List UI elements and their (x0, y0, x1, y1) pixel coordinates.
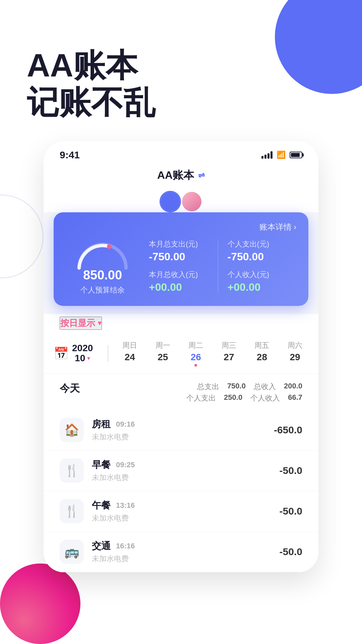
monthly-income-item: 本月总收入(元) +00.00 (149, 270, 208, 293)
filter-row: 按日显示 ▾ (44, 314, 318, 335)
trans-name-text: 午餐 (92, 499, 111, 512)
personal-expense-item: 个人支出(元) -750.00 (228, 239, 287, 263)
year-text: 2020 (72, 343, 93, 353)
trans-details: 午餐 13:16 未加水电费 (92, 499, 272, 523)
gauge-label: 个人预算结余 (80, 285, 125, 295)
trans-details: 早餐 09:25 未加水电费 (92, 459, 272, 483)
gauge-value: 850.00 (83, 268, 122, 282)
wifi-icon: 📶 (277, 151, 286, 159)
day-dot (194, 364, 197, 367)
day-item[interactable]: 周六 29 (282, 340, 308, 367)
trans-icon-wrap: 🍴 (60, 459, 84, 483)
today-stat-line-2: 个人支出 250.0 个人收入 66.7 (186, 393, 302, 403)
filter-chevron-icon: ▾ (98, 319, 101, 327)
total-expense-value: 750.0 (227, 382, 246, 392)
today-stats-right: 总支出 750.0 总收入 200.0 个人支出 250.0 个人收入 66.7 (186, 382, 302, 403)
trans-icon-wrap: 🏠 (60, 418, 84, 442)
trans-name-text: 房租 (92, 418, 111, 431)
personal-income-item: 个人收入(元) +00.00 (228, 270, 287, 293)
personal-expense-label: 个人支出(元) (228, 239, 287, 249)
stats-detail-link[interactable]: 账本详情 › (259, 222, 296, 232)
day-num: 29 (290, 352, 300, 363)
day-item[interactable]: 周一 25 (149, 340, 176, 367)
trans-time: 09:16 (116, 420, 135, 429)
day-item[interactable]: 周三 27 (216, 340, 242, 367)
month-row: 10 ▾ (75, 353, 90, 364)
filter-label: 按日显示 (60, 317, 95, 329)
trans-icon: 🍴 (64, 464, 79, 478)
trans-name: 房租 09:16 (92, 418, 266, 431)
trans-icon: 🏠 (64, 423, 79, 437)
bg-decoration-left-mid (0, 195, 44, 278)
trans-amount: -50.0 (280, 465, 302, 476)
calendar-separator (108, 345, 108, 362)
day-name: 周六 (288, 340, 302, 351)
trans-time: 09:25 (116, 461, 135, 469)
stats-card-top: 账本详情 › (66, 222, 296, 232)
transaction-row[interactable]: 🚌 交通 16:16 未加水电费 -50.0 (44, 532, 318, 572)
personal-income-value: +00.00 (228, 281, 287, 293)
total-income-value: 200.0 (284, 382, 302, 392)
signal-icon (261, 151, 273, 159)
personal-income-value-today: 66.7 (288, 393, 302, 403)
monthly-income-value: +00.00 (149, 281, 208, 293)
trans-name-text: 交通 (92, 540, 111, 552)
switch-icon[interactable]: ⇌ (198, 171, 205, 180)
monthly-expense-value: -750.00 (149, 251, 208, 263)
battery-icon (290, 152, 302, 158)
day-name: 周一 (156, 340, 170, 351)
day-item[interactable]: 周日 24 (116, 340, 143, 367)
trans-name: 早餐 09:25 (92, 459, 272, 471)
gauge-svg (72, 238, 133, 271)
avatar-user2[interactable] (181, 191, 202, 212)
total-expense-label: 总支出 (197, 382, 219, 392)
personal-income-label: 个人收入(元) (228, 270, 287, 280)
trans-amount: -50.0 (280, 505, 302, 517)
transaction-list: 🏠 房租 09:16 未加水电费 -650.0 🍴 早餐 09:25 未加水电费 (44, 410, 318, 572)
year-month[interactable]: 2020 10 ▾ (72, 343, 93, 364)
trans-time: 16:16 (116, 542, 135, 550)
trans-name: 交通 16:16 (92, 540, 272, 552)
trans-sub: 未加水电费 (92, 513, 272, 523)
monthly-expense-label: 本月总支出(元) (149, 239, 208, 249)
gauge-section: 850.00 个人预算结余 (66, 238, 139, 295)
day-item[interactable]: 周五 28 (248, 340, 275, 367)
transaction-row[interactable]: 🍴 早餐 09:25 未加水电费 -50.0 (44, 450, 318, 491)
day-item[interactable]: 周二 26 (182, 340, 209, 367)
bg-decoration-bottom-left (0, 564, 80, 644)
trans-details: 房租 09:16 未加水电费 (92, 418, 266, 442)
day-num: 24 (125, 352, 135, 363)
calendar-strip: 📅 2020 10 ▾ 周日 24 周一 25 周二 26 周三 27 (44, 335, 318, 373)
personal-expense-value-today: 250.0 (224, 393, 242, 403)
app-title: AA账本 (157, 168, 194, 183)
days-row: 周日 24 周一 25 周二 26 周三 27 周五 28 周六 29 (116, 340, 308, 367)
today-section: 今天 总支出 750.0 总收入 200.0 个人支出 250.0 个人收入 6… (44, 373, 318, 410)
day-name: 周五 (254, 340, 269, 351)
today-label: 今天 (60, 382, 80, 395)
status-bar: 9:41 📶 (44, 141, 318, 164)
day-name: 周日 (122, 340, 137, 351)
trans-sub: 未加水电费 (92, 473, 272, 483)
transaction-row[interactable]: 🏠 房租 09:16 未加水电费 -650.0 (44, 410, 318, 450)
day-num: 26 (191, 352, 201, 363)
day-num: 25 (158, 352, 168, 363)
hero-section: AA账本 记账不乱 (0, 0, 362, 141)
month-text: 10 (75, 353, 85, 364)
calendar-icon[interactable]: 📅 (54, 346, 69, 361)
app-header: AA账本 ⇌ (44, 164, 318, 188)
hero-title-line1: AA账本 (27, 47, 335, 84)
transaction-row[interactable]: 🍴 午餐 13:16 未加水电费 -50.0 (44, 491, 318, 532)
monthly-income-label: 本月总收入(元) (149, 270, 208, 280)
trans-amount: -50.0 (280, 546, 302, 557)
stats-columns: 本月总支出(元) -750.00 本月总收入(元) +00.00 个人支出(元)… (139, 239, 296, 293)
day-name: 周三 (222, 340, 236, 351)
avatar-user1[interactable] (160, 191, 181, 212)
calendar-icon-wrap: 📅 2020 10 ▾ (54, 343, 93, 364)
hero-title-line2: 记账不乱 (27, 84, 335, 121)
filter-button[interactable]: 按日显示 ▾ (60, 317, 102, 330)
stats-col-monthly: 本月总支出(元) -750.00 本月总收入(元) +00.00 (139, 239, 218, 293)
svg-point-0 (107, 244, 112, 249)
trans-name: 午餐 13:16 (92, 499, 272, 512)
today-stat-line-1: 总支出 750.0 总收入 200.0 (197, 382, 302, 392)
phone-mockup: 9:41 📶 AA账本 ⇌ 账本详情 › (44, 141, 318, 572)
